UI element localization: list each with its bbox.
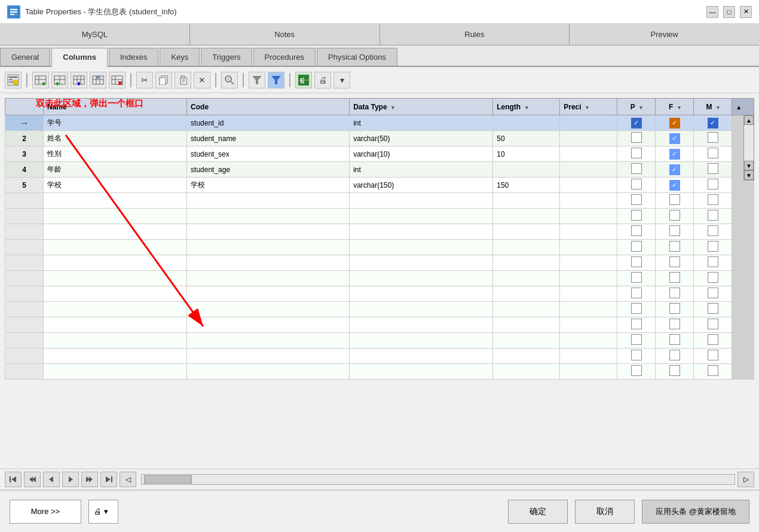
- col-m-checkbox[interactable]: [694, 162, 732, 178]
- horizontal-scrollbar[interactable]: [141, 474, 735, 485]
- col-m-checkbox[interactable]: [694, 178, 732, 193]
- m-dropdown-icon[interactable]: ▾: [717, 105, 720, 111]
- col-code[interactable]: student_name: [187, 131, 350, 146]
- col-header-length[interactable]: Length ▾: [493, 99, 560, 115]
- table-row-empty[interactable]: [5, 240, 754, 255]
- print-dropdown-btn[interactable]: ▾: [333, 72, 350, 88]
- table-row[interactable]: 5学校学校varchar(150)150✓: [5, 178, 754, 193]
- add-col-btn[interactable]: [32, 72, 49, 88]
- col-datatype[interactable]: int: [350, 162, 493, 178]
- col-code[interactable]: student_age: [187, 162, 350, 178]
- col-length[interactable]: 150: [493, 178, 560, 193]
- col-f-checkbox[interactable]: ✓: [656, 131, 694, 146]
- col-code[interactable]: 学校: [187, 178, 350, 193]
- col-name[interactable]: 年龄: [44, 162, 187, 178]
- tab-columns[interactable]: Columns: [51, 48, 108, 67]
- col-f-checkbox[interactable]: ✓: [656, 115, 694, 131]
- nav-expand-btn[interactable]: ◁: [120, 472, 136, 487]
- table-row-empty[interactable]: [5, 209, 754, 224]
- table-row-empty[interactable]: [5, 271, 754, 286]
- length-dropdown-icon[interactable]: ▾: [525, 105, 528, 111]
- table-row-empty[interactable]: [5, 317, 754, 333]
- table-row[interactable]: 3性别student_sexvarchar(10)10✓: [5, 146, 754, 162]
- col-preci[interactable]: [560, 178, 617, 193]
- nav-next-next-btn[interactable]: [81, 472, 98, 487]
- col-p-checkbox[interactable]: [617, 131, 656, 146]
- col-header-f[interactable]: F ▾: [656, 99, 694, 115]
- col-preci[interactable]: [560, 146, 617, 162]
- col-datatype[interactable]: int: [350, 115, 493, 131]
- nav-first-btn[interactable]: [5, 472, 22, 487]
- col-header-m[interactable]: M ▾: [694, 99, 732, 115]
- tab-rules[interactable]: Rules: [380, 24, 570, 45]
- tab-procedures[interactable]: Procedures: [253, 48, 316, 66]
- col-preci[interactable]: [560, 162, 617, 178]
- copy-btn[interactable]: [155, 72, 172, 88]
- col-header-p[interactable]: P ▾: [617, 99, 656, 115]
- print-btn[interactable]: 🖨: [314, 72, 331, 88]
- table-row-empty[interactable]: [5, 364, 754, 380]
- insert-col-btn[interactable]: [71, 72, 87, 88]
- table-row-empty[interactable]: [5, 286, 754, 302]
- p-dropdown-icon[interactable]: ▾: [639, 105, 642, 111]
- tab-keys[interactable]: Keys: [160, 48, 200, 66]
- table-row-empty[interactable]: [5, 302, 754, 317]
- col-m-checkbox[interactable]: ✓: [694, 115, 732, 131]
- nav-next-btn[interactable]: [62, 472, 79, 487]
- col-datatype[interactable]: varchar(50): [350, 131, 493, 146]
- tab-general[interactable]: General: [0, 48, 50, 66]
- col-p-checkbox[interactable]: [617, 146, 656, 162]
- col-f-checkbox[interactable]: ✓: [656, 162, 694, 178]
- col-datatype[interactable]: varchar(10): [350, 146, 493, 162]
- col-code[interactable]: student_sex: [187, 146, 350, 162]
- vertical-scrollbar[interactable]: ▲ ▼ ▼: [743, 115, 754, 181]
- table-properties-btn[interactable]: !: [5, 72, 22, 88]
- tab-triggers[interactable]: Triggers: [201, 48, 252, 66]
- table-row[interactable]: →学号student_idint✓✓✓: [5, 115, 754, 131]
- filter-active-btn[interactable]: [268, 72, 284, 88]
- col-f-checkbox[interactable]: ✓: [656, 178, 694, 193]
- col-p-checkbox[interactable]: [617, 178, 656, 193]
- scroll-thumb[interactable]: [744, 125, 754, 161]
- col-length[interactable]: [493, 115, 560, 131]
- col-length[interactable]: [493, 162, 560, 178]
- col-datatype[interactable]: varchar(150): [350, 178, 493, 193]
- nav-prev-prev-btn[interactable]: [24, 472, 41, 487]
- col-header-preci[interactable]: Preci ▾: [560, 99, 617, 115]
- table-row-empty[interactable]: [5, 333, 754, 348]
- maximize-button[interactable]: □: [723, 6, 735, 18]
- table-row[interactable]: 2姓名student_namevarchar(50)50✓: [5, 131, 754, 146]
- tab-mysql[interactable]: MySQL: [0, 24, 190, 45]
- col-name[interactable]: 姓名: [44, 131, 187, 146]
- print-button[interactable]: 🖨 ▾: [88, 500, 118, 524]
- tab-notes[interactable]: Notes: [190, 24, 380, 45]
- tab-indexes[interactable]: Indexes: [109, 48, 159, 66]
- col-name[interactable]: 性别: [44, 146, 187, 162]
- col-f-checkbox[interactable]: ✓: [656, 146, 694, 162]
- table-row-empty[interactable]: [5, 224, 754, 240]
- col-preci[interactable]: [560, 115, 617, 131]
- tab-physical-options[interactable]: Physical Options: [317, 48, 397, 66]
- table-row-empty[interactable]: [5, 255, 754, 271]
- ok-button[interactable]: 确定: [508, 500, 568, 524]
- paste-btn[interactable]: [175, 72, 191, 88]
- search-btn[interactable]: [221, 72, 238, 88]
- table-row-empty[interactable]: [5, 348, 754, 364]
- col-header-code[interactable]: Code: [187, 99, 350, 115]
- excel-btn[interactable]: E: [295, 72, 312, 88]
- cancel-button[interactable]: 取消: [575, 500, 635, 524]
- col-p-checkbox[interactable]: [617, 162, 656, 178]
- col-preci[interactable]: [560, 131, 617, 146]
- move-btn[interactable]: ⇄: [90, 72, 106, 88]
- minimize-button[interactable]: —: [706, 6, 718, 18]
- close-button[interactable]: ✕: [740, 6, 752, 18]
- filter-btn[interactable]: [249, 72, 265, 88]
- col-header-name[interactable]: Name: [44, 99, 187, 115]
- nav-right-btn[interactable]: ▷: [737, 472, 754, 487]
- col-length[interactable]: 10: [493, 146, 560, 162]
- col-header-datatype[interactable]: Data Type ▾: [350, 99, 493, 115]
- f-dropdown-icon[interactable]: ▾: [678, 105, 681, 111]
- col-name[interactable]: 学号: [44, 115, 187, 131]
- col-code[interactable]: student_id: [187, 115, 350, 131]
- col-name[interactable]: 学校: [44, 178, 187, 193]
